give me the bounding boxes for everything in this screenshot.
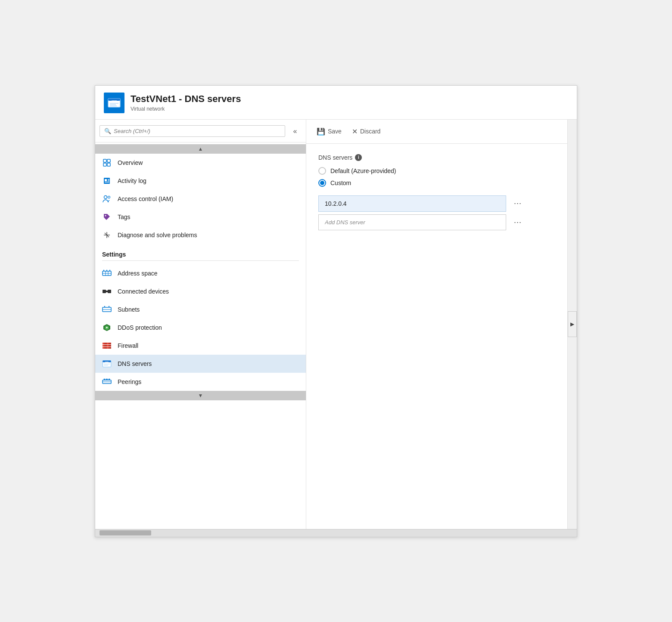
search-icon: 🔍 bbox=[104, 128, 111, 134]
main-window: www TestVNet1 - DNS servers Virtual netw… bbox=[95, 85, 577, 537]
svg-rect-42 bbox=[109, 343, 111, 344]
sidebar-item-dns-label: DNS servers bbox=[118, 360, 152, 367]
sidebar-item-dns-servers[interactable]: www DNS servers bbox=[95, 355, 306, 373]
sidebar-item-diagnose[interactable]: Diagnose and solve problems bbox=[95, 226, 306, 244]
toolbar: 💾 Save ✕ Discard bbox=[306, 120, 567, 144]
peerings-icon bbox=[102, 377, 112, 387]
collapse-button[interactable]: « bbox=[289, 125, 302, 138]
radio-custom[interactable]: Custom bbox=[318, 179, 555, 187]
dns-icon: www bbox=[102, 359, 112, 368]
radio-default[interactable]: Default (Azure-provided) bbox=[318, 167, 555, 175]
sidebar-item-peerings-label: Peerings bbox=[118, 378, 141, 385]
header: www TestVNet1 - DNS servers Virtual netw… bbox=[95, 86, 577, 120]
svg-rect-6 bbox=[103, 159, 106, 162]
devices-icon bbox=[102, 287, 112, 296]
content-area: 💾 Save ✕ Discard DNS servers i bbox=[306, 120, 567, 529]
dns-entry-row: 10.2.0.4 ··· bbox=[318, 195, 525, 212]
svg-rect-50 bbox=[105, 347, 106, 349]
add-dns-input[interactable] bbox=[318, 214, 506, 230]
svg-point-26 bbox=[106, 269, 107, 270]
sidebar-item-tags-label: Tags bbox=[118, 214, 131, 220]
svg-point-17 bbox=[105, 215, 106, 216]
radio-custom-circle bbox=[318, 179, 326, 187]
address-icon bbox=[102, 269, 112, 278]
sidebar-item-connected-devices[interactable]: Connected devices bbox=[95, 282, 306, 300]
header-text: TestVNet1 - DNS servers Virtual network bbox=[131, 93, 241, 111]
ddos-icon bbox=[102, 323, 112, 332]
search-input[interactable] bbox=[114, 128, 280, 134]
sidebar-item-iam-label: Access control (IAM) bbox=[118, 195, 173, 202]
search-container: 🔍 « bbox=[95, 120, 306, 142]
svg-rect-52 bbox=[109, 347, 111, 349]
scrollbar-thumb bbox=[100, 530, 151, 535]
svg-rect-49 bbox=[103, 347, 104, 349]
save-button[interactable]: 💾 Save bbox=[317, 126, 342, 137]
dns-section-label: DNS servers i bbox=[318, 154, 555, 161]
save-icon: 💾 bbox=[317, 127, 325, 136]
content-body: DNS servers i Default (Azure-provided) C… bbox=[306, 144, 567, 243]
sidebar-item-connected-label: Connected devices bbox=[118, 288, 169, 295]
svg-rect-9 bbox=[107, 163, 110, 166]
svg-rect-29 bbox=[108, 290, 111, 293]
sidebar-item-ddos-label: DDoS protection bbox=[118, 324, 162, 331]
overview-icon bbox=[102, 158, 112, 167]
sidebar-item-overview[interactable]: Overview bbox=[95, 154, 306, 172]
sidebar-item-overview-label: Overview bbox=[118, 159, 143, 166]
sidebar-item-firewall[interactable]: Firewall bbox=[95, 337, 306, 355]
svg-point-35 bbox=[109, 306, 109, 306]
sidebar-item-peerings[interactable]: Peerings bbox=[95, 373, 306, 391]
dns-entry-menu-button[interactable]: ··· bbox=[510, 197, 525, 210]
bottom-scrollbar[interactable] bbox=[95, 529, 577, 537]
discard-label: Discard bbox=[360, 128, 380, 135]
svg-text:www: www bbox=[111, 99, 117, 102]
subnets-icon bbox=[102, 305, 112, 314]
discard-button[interactable]: ✕ Discard bbox=[352, 126, 380, 137]
svg-text:www: www bbox=[105, 361, 109, 363]
right-panel: ▶ bbox=[567, 120, 577, 529]
save-label: Save bbox=[328, 128, 342, 135]
svg-rect-40 bbox=[105, 343, 106, 344]
svg-rect-51 bbox=[107, 347, 109, 349]
dns-input-area: 10.2.0.4 ··· ··· bbox=[318, 195, 525, 230]
sidebar-item-diagnose-label: Diagnose and solve problems bbox=[118, 232, 197, 238]
svg-rect-11 bbox=[105, 179, 107, 181]
svg-point-16 bbox=[108, 196, 110, 198]
sidebar: 🔍 « ▲ bbox=[95, 120, 306, 529]
dns-entry-value: 10.2.0.4 bbox=[318, 195, 506, 212]
settings-divider bbox=[102, 260, 299, 261]
radio-default-circle bbox=[318, 167, 326, 175]
sidebar-item-address-label: Address space bbox=[118, 270, 158, 277]
scroll-up-arrow[interactable]: ▲ bbox=[95, 144, 306, 154]
dns-add-row: ··· bbox=[318, 214, 525, 230]
expand-right-button[interactable]: ▶ bbox=[568, 311, 577, 337]
svg-point-25 bbox=[103, 269, 104, 270]
sidebar-item-activity-log[interactable]: Activity log bbox=[95, 172, 306, 190]
activity-icon bbox=[102, 176, 112, 186]
svg-rect-46 bbox=[107, 345, 109, 347]
sidebar-item-subnets[interactable]: Subnets bbox=[95, 300, 306, 319]
add-dns-menu-button[interactable]: ··· bbox=[510, 216, 525, 229]
search-bar: 🔍 bbox=[100, 125, 285, 137]
sidebar-item-iam[interactable]: Access control (IAM) bbox=[95, 190, 306, 208]
sidebar-item-ddos[interactable]: DDoS protection bbox=[95, 319, 306, 337]
svg-rect-44 bbox=[103, 345, 104, 347]
tags-icon bbox=[102, 212, 112, 222]
settings-section-header: Settings bbox=[95, 244, 306, 260]
svg-rect-41 bbox=[107, 343, 109, 344]
sidebar-item-firewall-label: Firewall bbox=[118, 342, 138, 349]
sidebar-item-address-space[interactable]: Address space bbox=[95, 264, 306, 282]
app-icon: www bbox=[104, 93, 124, 113]
svg-point-27 bbox=[109, 269, 110, 270]
iam-icon bbox=[102, 194, 112, 204]
page-subtitle: Virtual network bbox=[131, 106, 241, 112]
svg-rect-28 bbox=[103, 290, 106, 293]
sidebar-nav: ▲ Overview bbox=[95, 142, 306, 529]
svg-rect-31 bbox=[106, 291, 108, 292]
firewall-icon bbox=[102, 341, 112, 350]
svg-rect-8 bbox=[103, 163, 106, 166]
radio-default-label: Default (Azure-provided) bbox=[330, 167, 396, 174]
sidebar-item-tags[interactable]: Tags bbox=[95, 208, 306, 226]
scroll-down-arrow[interactable]: ▼ bbox=[95, 391, 306, 400]
dns-info-icon[interactable]: i bbox=[355, 154, 362, 161]
main-area: 🔍 « ▲ bbox=[95, 120, 577, 529]
